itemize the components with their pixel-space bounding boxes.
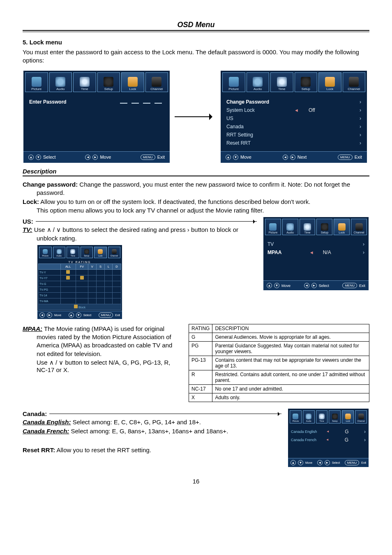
us-label: US: — [23, 218, 33, 225]
header-rule — [23, 30, 369, 32]
tab-picture[interactable]: Picture — [265, 219, 281, 235]
chevron-right-icon: › — [360, 132, 361, 138]
menu-item[interactable]: Canada English — [291, 430, 317, 434]
rating-grid-title: TV RATING — [38, 261, 121, 264]
tab-time[interactable]: Time — [67, 247, 79, 258]
tab-audio[interactable]: Audio — [282, 219, 298, 235]
picture-icon — [229, 77, 239, 87]
tab-time[interactable]: Time — [316, 410, 328, 423]
menu-item[interactable]: Canada French — [291, 438, 316, 442]
menu-button-hint: MENU — [141, 155, 155, 160]
tab-channel[interactable]: Channel — [355, 410, 367, 423]
mpaa-value: N/A — [319, 250, 335, 255]
down-icon: ▼ — [36, 155, 41, 160]
chevron-right-icon: › — [360, 124, 361, 130]
tab-setup[interactable]: Setup — [316, 219, 332, 235]
def-mpaa: MPAA: The Movie rating (MPAA) is used fo… — [23, 325, 181, 358]
menu-item[interactable]: Reset RRT — [226, 140, 251, 146]
time-icon — [277, 77, 287, 87]
menu-item[interactable]: System Lock — [226, 107, 255, 113]
lock-square-icon[interactable] — [66, 270, 70, 274]
rating-grid: ALL FV V S L D TV-Y TV-Y7 TV-G TV-PG — [38, 264, 121, 310]
tab-lock[interactable]: Lock — [94, 247, 107, 258]
setup-icon — [301, 77, 311, 87]
audio-icon — [253, 77, 263, 87]
description-heading: Description — [23, 168, 369, 175]
section-heading: 5. Lock menu — [23, 39, 369, 46]
canada-en-value: G — [339, 429, 355, 435]
def-canada-french: Canada French: Select among: E, G, 8ans+… — [23, 427, 281, 435]
tab-setup[interactable]: Setup — [295, 72, 318, 92]
us-tv-rating-screen: Picture Audio Time Setup Lock Channel TV… — [37, 244, 123, 320]
menu-item[interactable]: RRT Setting — [226, 132, 253, 138]
canada-label: Canada: — [23, 410, 47, 417]
tab-audio[interactable]: Audio — [303, 410, 315, 423]
chevron-right-icon: › — [360, 99, 361, 105]
channel-icon — [349, 77, 359, 87]
tab-time[interactable]: Time — [73, 72, 96, 92]
def-change-password: Change password: Change the password, yo… — [23, 180, 369, 197]
mpaa-instruction: Use ∧ / ∨ button to select N/A, G, PG, P… — [23, 359, 181, 373]
tab-audio[interactable]: Audio — [53, 247, 66, 258]
audio-icon — [55, 77, 65, 87]
tab-lock[interactable]: Lock — [121, 72, 144, 92]
tab-time[interactable]: Time — [300, 219, 316, 235]
tab-picture[interactable]: Picture — [25, 72, 48, 92]
tab-audio[interactable]: Audio — [49, 72, 72, 92]
foot-select: Select — [43, 155, 56, 160]
password-dashes — [118, 99, 164, 105]
tab-setup[interactable]: Setup — [329, 410, 341, 423]
channel-icon — [152, 77, 161, 87]
page-number: 16 — [23, 478, 369, 485]
left-icon: ◄ — [283, 155, 288, 160]
arrow-line-icon — [36, 221, 257, 222]
chevron-right-icon: › — [360, 116, 361, 121]
lock-extra-note: This option menu allows you to lock any … — [23, 207, 369, 214]
tab-lock[interactable]: Lock — [342, 410, 354, 423]
tab-channel[interactable]: Channel — [343, 72, 366, 92]
tab-audio[interactable]: Audio — [247, 72, 270, 92]
triangle-left-icon[interactable]: ◄ — [326, 438, 329, 442]
tab-channel[interactable]: Channel — [145, 72, 168, 92]
chevron-right-icon: › — [360, 140, 361, 146]
tab-channel[interactable]: Channel — [108, 247, 121, 258]
tab-setup[interactable]: Setup — [81, 247, 93, 258]
lock-menu-screen: Picture Audio Time Setup Lock Channel Ch… — [220, 70, 368, 164]
menu-item[interactable]: Change Password — [226, 99, 269, 105]
enter-password-label: Enter Password — [29, 99, 67, 105]
menu-item[interactable]: MPAA — [267, 250, 281, 255]
lock-square-icon[interactable] — [80, 276, 84, 280]
triangle-left-icon[interactable]: ◄ — [294, 108, 299, 113]
def-lock: Lock: Allow you to turn on or off the sy… — [23, 198, 369, 206]
tab-time[interactable]: Time — [270, 72, 293, 92]
left-icon: ◄ — [85, 155, 90, 160]
tab-channel[interactable]: Channel — [351, 219, 367, 235]
tab-picture[interactable]: Picture — [222, 72, 245, 92]
menu-button-hint: MENU — [338, 155, 353, 160]
setup-icon — [104, 77, 113, 87]
foot-next: Next — [297, 155, 307, 160]
lock-icon — [128, 77, 138, 87]
tab-setup[interactable]: Setup — [97, 72, 120, 92]
def-canada-english: Canada English: Select among: E, C, C8+,… — [23, 418, 281, 426]
page-header-title: OSD Menu — [23, 21, 369, 29]
triangle-left-icon[interactable]: ◄ — [326, 430, 330, 433]
tab-picture[interactable]: Picture — [39, 247, 52, 258]
lock-square-icon[interactable] — [66, 276, 70, 280]
tab-lock[interactable]: Lock — [334, 219, 350, 235]
menu-item[interactable]: TV — [267, 241, 274, 247]
lock-icon — [325, 77, 335, 87]
section-intro: You must enter the password to gain acce… — [23, 48, 369, 65]
up-icon: ▲ — [28, 155, 34, 160]
system-lock-value: Off — [304, 107, 320, 113]
tab-picture[interactable]: Picture — [290, 410, 302, 423]
down-icon: ▼ — [233, 155, 238, 160]
triangle-left-icon[interactable]: ◄ — [309, 250, 314, 255]
right-icon: ► — [290, 155, 295, 160]
arrow-line-icon — [49, 414, 281, 414]
canada-fr-value: G — [338, 437, 355, 443]
menu-item[interactable]: US — [226, 116, 233, 121]
tab-lock[interactable]: Lock — [318, 72, 341, 92]
us-mpaa-screen: Picture Audio Time Setup Lock Channel TV… — [263, 216, 369, 291]
menu-item[interactable]: Canada — [226, 124, 244, 130]
